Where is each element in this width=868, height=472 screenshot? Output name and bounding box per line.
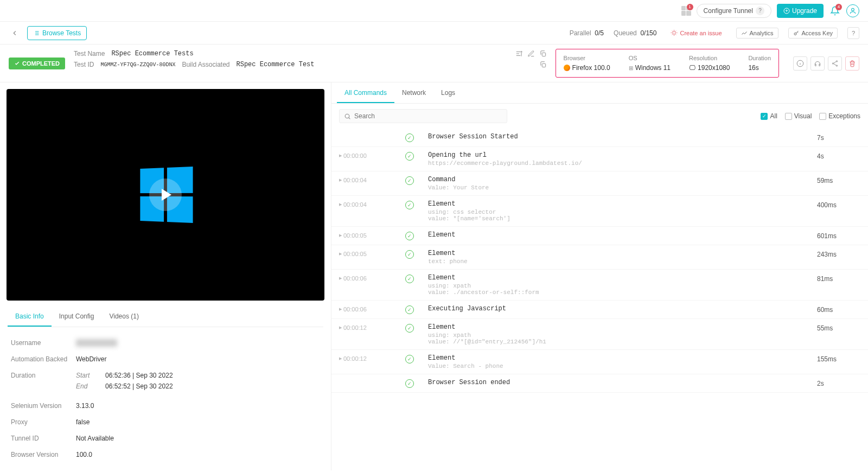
proxy-label: Proxy (11, 418, 76, 426)
apps-badge: 1 (687, 4, 693, 10)
command-time: ▶ 00:00:12 (339, 354, 399, 362)
status-badge: COMPLETED (9, 58, 65, 69)
help-icon: ? (756, 7, 764, 15)
command-status: ✓ (405, 151, 422, 161)
environment-panel: Browser Firefox 100.0 OS ⊞Windows 11 Res… (556, 49, 779, 78)
sort-icon[interactable] (515, 50, 523, 58)
search-input[interactable] (354, 112, 502, 120)
command-row[interactable]: ▶ 00:00:04✓Elementusing: css selectorval… (331, 196, 868, 227)
bell-badge: 4 (835, 4, 842, 10)
command-row[interactable]: ▶ 00:00:06✓Executing Javascript60ms (331, 301, 868, 319)
play-button-icon[interactable] (149, 178, 182, 211)
copy-icon[interactable] (539, 50, 547, 58)
windows-icon: ⊞ (629, 65, 633, 71)
notification-bell-icon[interactable]: 4 (829, 5, 841, 17)
search-input-wrap[interactable] (339, 109, 507, 123)
build-value: RSpec Ecommerce Test (237, 61, 315, 68)
check-circle-icon: ✓ (405, 201, 414, 209)
delete-button[interactable] (845, 56, 859, 71)
command-row[interactable]: ✓Browser Session Started7s (331, 129, 868, 147)
filter-exceptions[interactable]: Exceptions (819, 112, 860, 120)
command-status: ✓ (405, 231, 422, 240)
configure-tunnel-button[interactable]: Configure Tunnel ? (697, 4, 771, 18)
check-circle-icon: ✓ (405, 232, 414, 240)
analytics-button[interactable]: Analytics (736, 28, 778, 39)
command-time: ▶ 00:00:00 (339, 151, 399, 159)
filter-all[interactable]: ✓All (761, 112, 777, 120)
info-icon (796, 60, 804, 67)
test-name-label: Test Name (74, 50, 105, 58)
browser-label: Browser (564, 55, 610, 61)
command-row[interactable]: ▶ 00:00:06✓Elementusing: xpathvalue: ./a… (331, 270, 868, 301)
check-icon (14, 60, 20, 66)
tab-all-commands[interactable]: All Commands (337, 82, 394, 103)
check-circle-icon: ✓ (405, 250, 414, 259)
command-status: ✓ (405, 379, 422, 388)
sub-header: Browse Tests Parallel 0/5 Queued 0/150 C… (0, 22, 868, 44)
username-label: Username (11, 339, 76, 347)
test-id-label: Test ID (74, 61, 94, 68)
apps-icon[interactable]: 1 (681, 6, 691, 16)
upgrade-button[interactable]: Upgrade (777, 4, 824, 18)
analytics-icon (741, 30, 748, 36)
browse-tests-button[interactable]: Browse Tests (27, 26, 87, 40)
command-duration: 2s (817, 379, 860, 387)
command-row[interactable]: ▶ 00:00:12✓Elementusing: xpathvalue: //*… (331, 319, 868, 350)
svg-point-7 (836, 60, 837, 61)
tab-input-config[interactable]: Input Config (52, 307, 102, 327)
share-button[interactable] (828, 56, 842, 71)
command-time: ▶ 00:00:05 (339, 231, 399, 239)
help-button[interactable]: ? (847, 27, 859, 39)
command-sub: text: phone (428, 258, 810, 265)
command-row[interactable]: ▶ 00:00:00✓Opening the urlhttps://ecomme… (331, 147, 868, 171)
command-row[interactable]: ▶ 00:00:04✓CommandValue: Your Store59ms (331, 171, 868, 196)
headphones-button[interactable] (810, 56, 825, 71)
command-time: ▶ 00:00:06 (339, 305, 399, 312)
command-row[interactable]: ▶ 00:00:05✓Elementtext: phone243ms (331, 245, 868, 270)
command-status: ✓ (405, 250, 422, 259)
tab-logs[interactable]: Logs (433, 82, 463, 103)
tunnel-label: Tunnel ID (11, 435, 76, 442)
check-circle-icon: ✓ (405, 152, 414, 161)
video-player[interactable] (7, 89, 324, 301)
command-title: Element (428, 323, 810, 331)
copy-icon[interactable] (539, 61, 547, 68)
back-button[interactable] (9, 27, 21, 39)
tunnel-value: Not Available (76, 435, 114, 442)
filter-visual[interactable]: Visual (785, 112, 812, 120)
share-icon (831, 60, 839, 67)
dur-value: 16s (748, 64, 771, 72)
list-icon (33, 30, 40, 36)
command-row[interactable]: ▶ 00:00:05✓Element601ms (331, 227, 868, 245)
command-duration: 81ms (817, 274, 860, 283)
check-circle-icon: ✓ (405, 355, 414, 363)
tab-basic-info[interactable]: Basic Info (8, 307, 52, 327)
edit-icon[interactable] (527, 50, 535, 58)
command-title: Element (428, 274, 810, 282)
browser-value: Firefox 100.0 (572, 64, 610, 72)
svg-point-10 (345, 114, 349, 118)
command-title: Element (428, 354, 810, 362)
key-icon (793, 30, 800, 36)
svg-point-1 (852, 8, 854, 11)
upgrade-icon (783, 8, 790, 14)
test-id-value: MGMMZ-YF7QG-ZZQ0V-80DNX (100, 62, 175, 68)
create-issue-button[interactable]: Create an issue (666, 28, 726, 38)
avatar-icon[interactable] (846, 4, 859, 17)
start-value: 06:52:36 | Sep 30 2022 (105, 372, 173, 379)
tab-network[interactable]: Network (394, 82, 433, 103)
end-value: 06:52:52 | Sep 30 2022 (105, 382, 173, 390)
command-duration: 7s (817, 133, 860, 142)
command-sub: using: xpathvalue: //*[@id="entry_212456… (428, 332, 810, 345)
info-button[interactable] (793, 56, 807, 71)
command-sub: using: xpathvalue: ./ancestor-or-self::f… (428, 283, 810, 296)
chevron-left-icon (11, 29, 18, 37)
command-row[interactable]: ▶ 00:00:12✓ElementValue: Search - phone1… (331, 350, 868, 374)
tab-videos[interactable]: Videos (1) (101, 307, 146, 327)
command-duration: 155ms (817, 354, 860, 363)
command-list: ✓Browser Session Started7s▶ 00:00:00✓Ope… (331, 129, 868, 393)
access-key-button[interactable]: Access Key (788, 28, 838, 39)
command-time: ▶ 00:00:12 (339, 323, 399, 331)
command-row[interactable]: ✓Browser Session ended2s (331, 374, 868, 393)
monitor-icon: 🖵 (689, 64, 695, 72)
